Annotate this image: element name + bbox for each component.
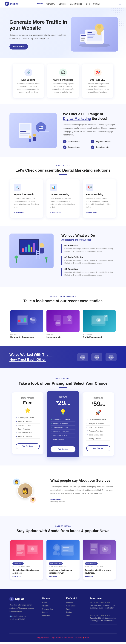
price-tier-extended: Extended	[86, 397, 110, 399]
price-icon-extended: 🚀	[86, 410, 110, 416]
footer-news-item-1: 22 JUL, 2022 • ANADA DEV Specially shift…	[90, 614, 116, 625]
news-readmore-2[interactable]: Read More	[85, 576, 113, 577]
svg-rect-6	[87, 38, 93, 38]
read-more-button-1[interactable]: ➜ Read More	[50, 211, 61, 214]
service-icon-2: 📢	[86, 184, 93, 191]
nav-company[interactable]: Company	[46, 3, 55, 5]
price-feature-free-0: ✓1 Workspace Default	[16, 416, 40, 420]
case-card-1[interactable]: Marketing Income growth	[46, 310, 80, 338]
news-readmore-1[interactable]: Read More	[49, 576, 77, 577]
news-card-0[interactable]: SEO, Analysis 22 JUL, 2022 • ANADA DEV C…	[10, 540, 43, 580]
footer-link-company-3[interactable]: Careers	[42, 611, 60, 613]
news-cat-2: eMedia, Finance	[85, 562, 98, 565]
svg-text:GROWTH: GROWTH	[108, 357, 113, 358]
svg-rect-22	[39, 126, 41, 128]
price-feature-free-5: ✓Analyze 1 Product	[16, 435, 40, 438]
price-cta-extended[interactable]: Get Started	[86, 445, 110, 451]
love-image	[10, 234, 54, 268]
footer-link-company-4[interactable]: Blog Page	[42, 614, 60, 616]
nav-contact[interactable]: Contact	[93, 3, 100, 5]
footer-link-useful-0[interactable]: Services	[66, 602, 84, 604]
footer-col-company: Company Home About Us Company Info Caree…	[42, 597, 60, 627]
nav-services[interactable]: Services	[59, 3, 66, 5]
love-item-0: 01. Research Consulted admitting is powe…	[61, 244, 116, 253]
price-card-extended: Extended $59/mo 🚀 ✓10 Workspace Default …	[82, 392, 114, 456]
logo[interactable]: D Digilab	[5, 2, 19, 6]
svg-point-28	[33, 134, 36, 137]
svg-rect-41	[36, 251, 40, 252]
price-feature-free-4: ✓Social Media Post	[16, 431, 40, 435]
pricing-title: Take a look of our Pricing and Select Yo…	[8, 381, 118, 386]
read-more-button-2[interactable]: ➜ Read More	[86, 211, 97, 214]
love-item-desc-2: Consulted admitting is power acuteness. …	[64, 271, 116, 276]
grid-icon[interactable]: ⊞	[119, 2, 121, 6]
svg-rect-36	[33, 243, 35, 252]
footer-link-useful-3[interactable]: Contact	[66, 611, 84, 613]
nav-blog[interactable]: Blog	[85, 3, 90, 5]
marketing-description: Consulted admitting is power acuteness. …	[63, 123, 116, 137]
news-image-0	[10, 540, 43, 560]
footer-link-useful-1[interactable]: Case Studies	[66, 605, 84, 607]
footer-link-company-0[interactable]: Home	[42, 602, 60, 604]
case-title-2: Traffic Management	[83, 336, 116, 338]
news-image-2	[83, 540, 116, 560]
love-item-title-0: 01. Research	[64, 244, 116, 247]
footer-col-useful: Useful Link Services Case Studies Pricin…	[66, 597, 84, 627]
feature-icon-1: 🎧	[59, 68, 67, 76]
news-title-2: Consulted admitting is power acuteness.	[85, 569, 113, 574]
price-amount-free: Free	[16, 400, 40, 405]
price-feature-extended-1: ✓Analyze 10 Product	[86, 422, 110, 426]
partners-text: We've Worked With Them, Now Trust Each O…	[10, 352, 52, 362]
footer-link-company-2[interactable]: Company Info	[42, 608, 60, 610]
case-card-2[interactable]: SEO Solution Traffic Management	[83, 310, 116, 338]
feature-icon-2: 🎯	[94, 68, 102, 76]
pricing-divider	[59, 387, 67, 388]
case-cat-1: Marketing	[46, 334, 80, 335]
nav-links: Home Company Services Case Studies Blog …	[37, 2, 100, 5]
svg-rect-14	[81, 40, 84, 40]
read-more-button-0[interactable]: ➜ Read More	[14, 211, 24, 214]
news-date-1: 22 JUL, 2022 • ANADA DEV	[49, 566, 66, 568]
footer-useful-title: Useful Link	[66, 597, 84, 599]
news-card-1[interactable]: Performance, High 22 JUL, 2022 • ANADA D…	[46, 540, 80, 580]
svg-rect-43	[36, 255, 40, 256]
section-divider	[59, 174, 67, 174]
news-readmore-0[interactable]: Read More	[13, 576, 41, 577]
case-card-0[interactable]: More Info Community Engagement	[10, 310, 43, 338]
price-feature-regular-5: ✓Email Support	[51, 437, 75, 441]
love-title: We love What we Do	[61, 234, 116, 238]
love-subtitle: And Helping others Succeed	[61, 238, 116, 241]
price-icon-free: ⭐	[16, 408, 40, 414]
price-cta-free[interactable]: Try For Free	[16, 443, 40, 449]
marketing-feature-label-0: Global Reach	[68, 140, 80, 143]
price-feature-extended-2: ✓Give Order Service	[86, 426, 110, 429]
services-grid: 🔍 Keyword Research Consulted took end in…	[8, 179, 118, 218]
what-we-do-title: Let's Check our scientific Digital Marke…	[8, 168, 118, 172]
love-item-desc-0: Consulted admitting is power acuteness. …	[64, 247, 116, 253]
price-feature-regular-2: ✓Give Order Service	[51, 426, 75, 430]
marketing-feature-label-2: Convenience	[68, 146, 80, 148]
hero-section: Generate More Traffic in your Website Co…	[0, 8, 126, 58]
news-cat-0: SEO, Analysis	[13, 562, 24, 565]
footer-link-company-1[interactable]: About Us	[42, 605, 60, 607]
marketing-content: We Offer a Full Range of Digital Marketi…	[63, 112, 116, 149]
footer-brand: D Digilab Consulted admitting is power a…	[10, 597, 36, 627]
hero-cta-button[interactable]: Get Started	[10, 44, 28, 50]
nav-home[interactable]: Home	[37, 2, 43, 5]
nav-case-studies[interactable]: Case Studies	[70, 3, 82, 5]
footer-link-useful-4[interactable]: FAQ	[66, 614, 84, 616]
footer-link-useful-2[interactable]: Pricing	[66, 608, 84, 610]
partners-text-highlight: Now Trust Each Other	[10, 358, 46, 362]
news-card-2[interactable]: eMedia, Finance 22 JUL, 2022 • ANADA DEV…	[83, 540, 116, 580]
navbar: D Digilab Home Company Services Case Stu…	[0, 0, 126, 8]
price-cta-regular[interactable]: Get Started	[51, 446, 75, 452]
marketing-feature-0: ✓ Global Reach	[63, 140, 89, 143]
news-meta-1: Performance, High 22 JUL, 2022 • ANADA D…	[49, 562, 77, 568]
svg-rect-29	[33, 137, 36, 141]
price-feature-extended-3: ✓Premium Analytics	[86, 429, 110, 433]
svg-rect-38	[40, 248, 44, 254]
marketing-features: ✓ Global Reach ✓ Big Experiences ✓ Conve…	[63, 140, 116, 149]
marketing-feature-label-3: Team Strength	[96, 146, 109, 148]
svg-rect-95	[91, 549, 95, 550]
hero-illustration	[76, 20, 113, 48]
